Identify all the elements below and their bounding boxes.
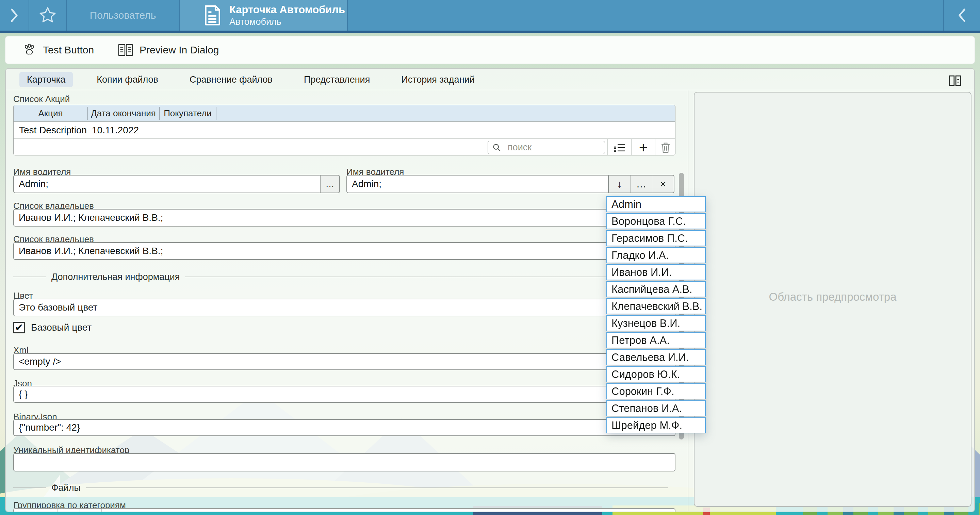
ellipsis-button-right[interactable]: …: [630, 175, 652, 192]
files-separator-label: Файлы: [51, 483, 81, 493]
cell-end-date: 10.11.2022: [92, 122, 139, 139]
book-icon: [118, 43, 134, 57]
files-separator: Файлы: [13, 482, 668, 493]
dropdown-option[interactable]: Каспийцева А.В.: [606, 281, 706, 297]
search-icon: [492, 143, 501, 153]
list-icon: [613, 142, 626, 153]
expand-panel-button[interactable]: [0, 0, 29, 30]
column-separator: [216, 107, 216, 120]
dropdown-option[interactable]: Admin: [606, 196, 706, 212]
tab-card-text: Карточка Автомобиль Автомобиль: [229, 3, 345, 27]
search-placeholder: поиск: [508, 142, 531, 153]
base-color-checkbox-label: Базовый цвет: [31, 322, 92, 333]
split-view-icon: [948, 75, 963, 86]
grid-column-separator: [80, 509, 80, 512]
binaryjson-input[interactable]: {"number": 42}: [13, 419, 675, 436]
plus-icon: +: [639, 141, 648, 154]
dropdown-option[interactable]: Степанов И.А.: [606, 401, 706, 416]
separator-line: [13, 277, 46, 277]
dropdown-option[interactable]: Савельева И.И.: [606, 349, 706, 365]
ellipsis-button-left[interactable]: …: [320, 175, 340, 193]
tab-job-history[interactable]: История заданий: [394, 72, 482, 87]
promo-table-header: Акция Дата окончания Покупатели: [14, 105, 675, 121]
search-input[interactable]: поиск: [488, 141, 605, 154]
topbar-spacer: [348, 0, 943, 30]
additional-info-separator: Дополнительная информация: [13, 272, 668, 282]
dropdown-option[interactable]: Сидоров Ю.К.: [606, 366, 706, 382]
separator-line: [185, 277, 668, 277]
table-footer-row: поиск +: [14, 138, 675, 156]
unique-id-input[interactable]: [13, 453, 675, 472]
tabbar-divider: [6, 90, 975, 90]
promo-section-label: Список Акций: [13, 94, 70, 105]
checkbox-box[interactable]: ✔: [13, 322, 25, 333]
collapse-right-button[interactable]: [944, 0, 980, 30]
tab-card[interactable]: Карточка: [19, 72, 73, 87]
preview-panel: Область предпросмотра: [694, 92, 972, 507]
tab-card-title: Карточка Автомобиль: [229, 3, 345, 16]
json-input[interactable]: { }: [13, 386, 675, 403]
driver-name-buttons: ↓ … ×: [608, 175, 675, 193]
tab-user[interactable]: Пользователь: [67, 0, 179, 30]
dropdown-option[interactable]: Кузнецов В.И.: [606, 315, 706, 331]
driver-name-input-left[interactable]: Admin;: [13, 175, 321, 193]
column-separator: [88, 107, 88, 120]
tab-user-label: Пользователь: [90, 10, 156, 21]
additional-info-separator-label: Дополнительная информация: [51, 272, 180, 282]
chevron-right-icon: [9, 8, 19, 23]
tab-bar: Карточка Копии файлов Сравнение файлов П…: [19, 72, 482, 87]
dropdown-option[interactable]: Иванов И.И.: [606, 264, 706, 280]
owners-list-2-input[interactable]: Иванов И.И.; Клепачевский В.В.;: [13, 242, 675, 260]
tab-card-auto[interactable]: Карточка Автомобиль Автомобиль: [180, 0, 347, 30]
base-color-checkbox[interactable]: ✔ Базовый цвет: [13, 322, 92, 333]
tab-views[interactable]: Представления: [296, 72, 377, 87]
separator-line: [13, 488, 46, 488]
tab-file-compare[interactable]: Сравнение файлов: [182, 72, 280, 87]
promo-table: Акция Дата окончания Покупатели Test Des…: [13, 105, 675, 156]
checkbox-checkmark: ✔: [14, 323, 23, 333]
app-window: Пользователь Карточка Автомобиль Автомоб…: [0, 0, 980, 515]
add-row-button[interactable]: +: [631, 139, 655, 156]
color-input[interactable]: Это базовый цвет: [13, 299, 675, 316]
header-cell-promo[interactable]: Акция: [14, 105, 88, 121]
dropdown-open-button[interactable]: ↓: [609, 175, 630, 192]
toolbar: Test Button Preview In Dialog: [5, 36, 975, 64]
driver-name-input-right[interactable]: Admin;: [347, 175, 609, 193]
star-icon: [38, 6, 57, 24]
tab-file-copies[interactable]: Копии файлов: [89, 72, 166, 87]
xml-input[interactable]: <empty />: [13, 353, 675, 370]
tab-card-subtitle: Автомобиль: [229, 16, 345, 27]
document-icon: [204, 5, 221, 26]
chevron-left-icon: [957, 8, 967, 23]
trash-icon: [660, 142, 671, 153]
select-from-list-button[interactable]: [608, 139, 631, 156]
toggle-preview-button[interactable]: [947, 74, 963, 87]
separator-line: [86, 488, 668, 488]
owners-list-1-input[interactable]: Иванов И.И.; Клепачевский В.В.;: [13, 209, 675, 227]
dropdown-option[interactable]: Гладко И.А.: [606, 247, 706, 263]
delete-row-button[interactable]: [655, 139, 675, 156]
dropdown-option[interactable]: Петров А.А.: [606, 332, 706, 348]
table-row[interactable]: Test Description 10.11.2022: [14, 121, 675, 138]
dropdown-option[interactable]: Клепачевский В.В.: [606, 298, 706, 314]
header-cell-buyers[interactable]: Покупатели: [159, 105, 216, 121]
dropdown-option[interactable]: Шрейдер М.Ф.: [606, 417, 706, 433]
top-bar: Пользователь Карточка Автомобиль Автомоб…: [0, 0, 980, 33]
main-panel: Карточка Копии файлов Сравнение файлов П…: [5, 68, 975, 512]
grid-column-separator: [57, 509, 58, 512]
preview-in-dialog-label: Preview In Dialog: [140, 44, 219, 56]
test-button[interactable]: Test Button: [22, 43, 94, 57]
cell-promo: Test Description: [19, 122, 87, 139]
preview-placeholder: Область предпросмотра: [695, 291, 971, 304]
preview-in-dialog-button[interactable]: Preview In Dialog: [118, 43, 219, 57]
favorites-button[interactable]: [29, 0, 66, 30]
test-button-label: Test Button: [43, 44, 94, 56]
clear-button[interactable]: ×: [652, 175, 674, 192]
header-cell-end-date[interactable]: Дата окончания: [88, 105, 159, 121]
dropdown-option[interactable]: Герасимов П.С.: [606, 230, 706, 246]
dropdown-option[interactable]: Воронцова Г.С.: [606, 213, 706, 229]
category-grid[interactable]: [13, 508, 675, 512]
dropdown-option[interactable]: Сорокин Г.Ф.: [606, 383, 706, 399]
grid-column-separator: [36, 509, 36, 512]
paw-icon: [22, 43, 37, 57]
